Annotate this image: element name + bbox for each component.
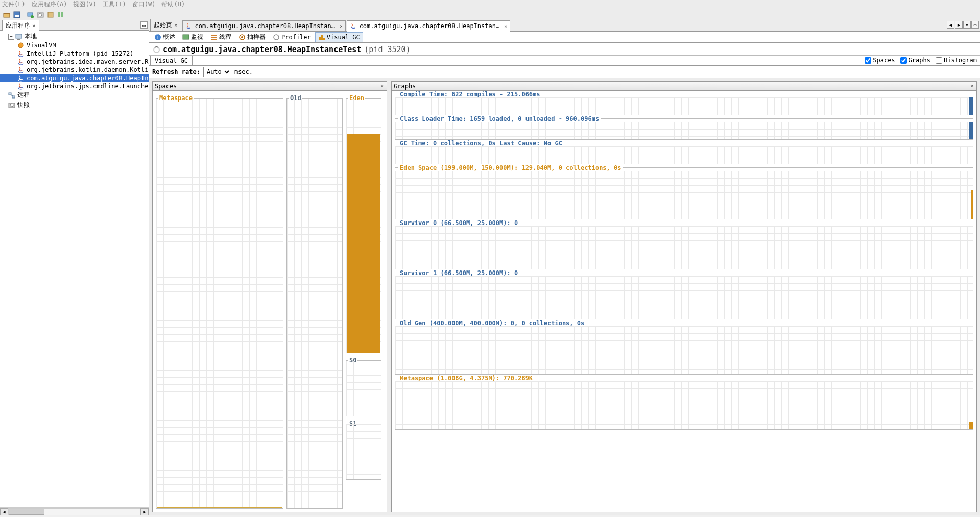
content-tab-start[interactable]: 起始页 × <box>150 19 181 31</box>
survivor0-graph: Survivor 0 (66.500M, 25.000M): 0 <box>395 223 973 269</box>
checkbox-histogram[interactable]: Histogram <box>936 57 977 64</box>
checkbox-input[interactable] <box>900 57 907 64</box>
menu-file[interactable]: 文件(F) <box>2 0 26 9</box>
tab-prev-icon[interactable]: ◀ <box>947 21 954 29</box>
tree-label: 远程 <box>17 91 30 100</box>
refresh-select[interactable]: Auto <box>203 67 231 77</box>
tree-item[interactable]: IntelliJ Platform (pid 15272) <box>0 50 149 58</box>
close-icon[interactable]: × <box>968 82 975 89</box>
main-area: 起始页 × com.atguigu.java.chapter08.HeapIns… <box>149 20 980 515</box>
java-app-icon <box>17 58 25 65</box>
tree-item[interactable]: org.jetbrains.kotlin.daemon.KotlinCompil… <box>0 66 149 74</box>
sampler-icon <box>238 34 246 41</box>
content-tab[interactable]: com.atguigu.java.chapter08.HeapInstanceT… <box>182 20 346 31</box>
graph-label: Survivor 1 (66.500M, 25.000M): 0 <box>400 269 518 277</box>
svg-point-5 <box>31 15 34 18</box>
maximize-icon[interactable]: ▭ <box>971 21 979 29</box>
tree-item[interactable]: org.jetbrains.idea.maven.server.RemoteMa… <box>0 58 149 66</box>
menu-tools[interactable]: 工具(T) <box>103 0 126 9</box>
overview-tab[interactable]: i 概述 <box>151 31 178 43</box>
subtab-label: 监视 <box>191 33 203 41</box>
tab-list-icon[interactable]: ▾ <box>963 21 971 29</box>
s1-chart <box>346 424 381 479</box>
save-icon[interactable] <box>12 10 21 19</box>
java-app-icon <box>17 75 25 82</box>
close-icon[interactable]: × <box>340 23 342 30</box>
graph-label: Survivor 0 (66.500M, 25.000M): 0 <box>400 219 518 227</box>
graphs-panel-header: Graphs × <box>392 82 976 91</box>
refresh-label: Refresh rate: <box>152 68 200 76</box>
tree-label: VisualVM <box>27 42 56 49</box>
s0-column: S0 <box>346 360 381 416</box>
metaspace-graph: Metaspace (1.008G, 4.375M): 770.289K <box>395 378 973 430</box>
menu-window[interactable]: 窗口(W) <box>132 0 156 9</box>
minimize-icon[interactable]: ▭ <box>140 21 148 29</box>
page-title: com.atguigu.java.chapter08.HeapInstanceT… <box>163 45 361 54</box>
scroll-thumb[interactable] <box>9 509 44 515</box>
java-app-icon <box>17 83 25 90</box>
page-title-row: com.atguigu.java.chapter08.HeapInstanceT… <box>149 43 980 56</box>
metaspace-fill <box>157 507 282 508</box>
java-app-icon <box>17 50 25 57</box>
s0-chart <box>346 361 381 416</box>
tree-remote-root[interactable]: 远程 <box>0 90 149 100</box>
visualgc-tab[interactable]: Visual GC <box>315 32 363 42</box>
close-icon[interactable]: × <box>378 82 386 89</box>
tree-item[interactable]: org.jetbrains.jps.cmdline.Launcher (pid … <box>0 82 149 90</box>
tree-snapshot-root[interactable]: 快照 <box>0 100 149 110</box>
collapse-icon[interactable]: − <box>8 34 14 40</box>
sampler-tab[interactable]: 抽样器 <box>235 31 269 43</box>
close-icon[interactable]: × <box>174 22 178 29</box>
menu-app[interactable]: 应用程序(A) <box>32 0 67 9</box>
thread-dump-icon[interactable] <box>56 10 65 19</box>
close-icon[interactable]: × <box>504 23 507 30</box>
view-tab-row: Visual GC Spaces Graphs Histogram <box>149 56 980 66</box>
svg-rect-19 <box>9 93 11 95</box>
heap-dump-icon[interactable] <box>46 10 55 19</box>
svg-rect-10 <box>61 12 63 17</box>
scroll-track[interactable] <box>8 508 140 515</box>
content-tab-active[interactable]: com.atguigu.java.chapter08.HeapInstanceT… <box>347 20 510 32</box>
metaspace-column: Metaspace <box>156 98 283 509</box>
menu-view[interactable]: 视图(V) <box>73 0 97 9</box>
app-sub-toolbar: i 概述 监视 线程 抽样器 Profiler Visual GC <box>149 32 980 43</box>
open-icon[interactable] <box>2 10 11 19</box>
checkbox-label: Histogram <box>944 57 977 64</box>
scroll-left-icon[interactable]: ◀ <box>0 508 8 515</box>
sidebar-hscroll[interactable]: ◀ ▶ <box>0 507 149 515</box>
tree-label: IntelliJ Platform (pid 15272) <box>27 50 134 57</box>
close-icon[interactable]: × <box>32 22 36 29</box>
profiler-tab[interactable]: Profiler <box>270 32 314 42</box>
checkbox-input[interactable] <box>865 57 871 64</box>
survivor1-graph: Survivor 1 (66.500M, 25.000M): 0 <box>395 273 973 319</box>
sidebar-tab[interactable]: 应用程序 × <box>2 20 39 31</box>
checkbox-label: Graphs <box>909 57 930 64</box>
gc-time-graph: GC Time: 0 collections, 0s Last Cause: N… <box>395 143 973 164</box>
view-tab-visualgc[interactable]: Visual GC <box>150 56 193 65</box>
remote-add-icon[interactable] <box>26 10 35 19</box>
checkbox-input[interactable] <box>936 57 942 64</box>
menu-help[interactable]: 帮助(H) <box>161 0 185 9</box>
checkbox-spaces[interactable]: Spaces <box>865 57 895 64</box>
panels-container: Spaces × Metaspace Old <box>149 78 980 515</box>
scroll-right-icon[interactable]: ▶ <box>140 508 149 515</box>
graph-label: Class Loader Time: 1659 loaded, 0 unload… <box>400 115 599 122</box>
svg-rect-3 <box>15 15 19 17</box>
checkbox-label: Spaces <box>873 57 895 64</box>
panel-title: Graphs <box>394 83 416 90</box>
graph-label: Compile Time: 622 compiles - 215.066ms <box>400 91 540 98</box>
threads-tab[interactable]: 线程 <box>207 31 234 43</box>
svg-rect-11 <box>16 34 22 38</box>
eden-space-graph: Eden Space (199.000M, 150.000M): 129.040… <box>395 167 973 219</box>
metaspace-chart <box>156 99 283 508</box>
tab-next-icon[interactable]: ▶ <box>955 21 963 29</box>
svg-point-7 <box>39 13 42 16</box>
tree-item[interactable]: VisualVM <box>0 41 149 50</box>
checkbox-graphs[interactable]: Graphs <box>900 57 930 64</box>
monitor-tab[interactable]: 监视 <box>179 31 206 43</box>
tree-item-selected[interactable]: com.atguigu.java.chapter08.HeapInstanceT… <box>0 74 149 82</box>
subtab-label: 概述 <box>163 33 175 41</box>
tree-label: org.jetbrains.idea.maven.server.RemoteMa… <box>27 58 149 65</box>
snapshot-icon[interactable] <box>36 10 45 19</box>
tree-local-root[interactable]: − 本地 <box>0 32 149 41</box>
